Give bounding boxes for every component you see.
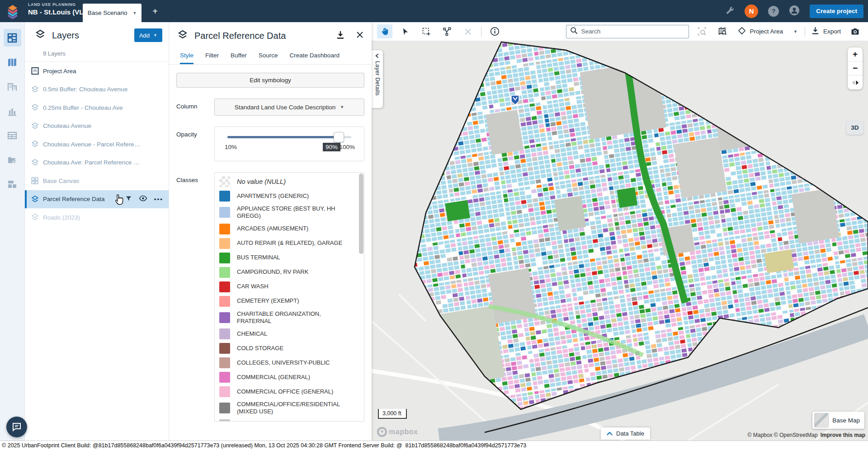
chat-bubble-button[interactable] <box>6 417 27 437</box>
download-layer-icon[interactable] <box>336 31 344 41</box>
layer-label: Parcel Reference Data <box>43 196 105 202</box>
map-canvas[interactable] <box>372 41 868 441</box>
class-row[interactable]: AUTO REPAIR (& RELATED), GARAGE <box>215 236 364 251</box>
marquee-select-tool-button[interactable] <box>419 24 434 38</box>
class-color-swatch <box>219 224 230 234</box>
admin-wrench-icon[interactable] <box>726 6 735 17</box>
zoom-in-button[interactable]: + <box>848 47 863 61</box>
classes-label: Classes <box>176 172 214 422</box>
layer-label: 0.5mi Buffer: Chouteau Avenue <box>43 86 127 93</box>
toggle-3d-button[interactable]: 3D <box>846 121 863 135</box>
rail-item-buildings[interactable] <box>4 78 21 95</box>
tab-create-dashboard[interactable]: Create Dashboard <box>290 49 340 64</box>
attribution-text: © Mapbox © OpenStreetMap <box>748 432 818 438</box>
data-table-button[interactable]: Data Table <box>601 427 650 440</box>
layer-row[interactable]: Chouteau Ave: Parcel Reference Data <box>25 154 169 172</box>
class-color-swatch <box>219 403 230 413</box>
chevron-down-icon: ▼ <box>793 29 797 34</box>
opacity-slider-handle[interactable] <box>334 132 344 142</box>
more-options-icon[interactable]: ••• <box>154 196 163 202</box>
layer-row[interactable]: Chouteau Avenue <box>25 117 169 136</box>
class-row[interactable]: COLLEGES, UNIVERSITY-PUBLIC <box>215 356 364 370</box>
add-scenario-button[interactable]: + <box>149 5 161 17</box>
rail-item-map[interactable] <box>4 53 21 71</box>
class-color-swatch <box>219 238 230 249</box>
edit-symbology-button[interactable]: Edit symbology <box>176 73 364 88</box>
export-button[interactable]: Export <box>811 27 842 36</box>
chevron-down-icon: ▼ <box>340 105 344 109</box>
create-project-button[interactable]: Create project <box>810 5 863 18</box>
layer-details-collapse-tab[interactable]: Layer Details <box>372 50 383 108</box>
tab-base-scenario[interactable]: Base Scenario ▼ <box>83 4 142 22</box>
class-label: COLLEGES, UNIVERSITY-PUBLIC <box>237 359 330 366</box>
layer-icon <box>31 158 39 167</box>
urbanfootprint-logo-icon[interactable] <box>0 0 25 22</box>
select-arrow-tool-button[interactable] <box>398 24 413 38</box>
layer-row[interactable]: 0.25mi Buffer - Chouteau Ave <box>25 98 169 117</box>
layer-row[interactable]: Parcel Reference Data••• <box>25 190 169 209</box>
screenshot-camera-icon[interactable] <box>847 24 863 38</box>
map-attribution: © Mapbox © OpenStreetMapImprove this map <box>748 432 865 438</box>
zoom-to-selection-icon[interactable] <box>694 24 710 38</box>
class-row[interactable]: CEMETERY (EXEMPT) <box>215 294 364 309</box>
class-row[interactable]: No value (NULL) <box>215 174 364 189</box>
tab-style[interactable]: Style <box>180 49 193 64</box>
class-row[interactable]: APPLIANCE STORE (BEST BUY, HH GREGG) <box>215 203 364 222</box>
compass-reset-button[interactable] <box>848 75 863 89</box>
rail-item-charts[interactable] <box>4 102 21 120</box>
class-color-swatch <box>219 253 230 263</box>
column-select[interactable]: Standard Land Use Code Description ▼ <box>214 98 364 116</box>
close-icon[interactable] <box>356 31 363 40</box>
project-area-selector[interactable]: Project Area ▼ <box>736 27 799 36</box>
base-map-button[interactable]: Base Map <box>812 412 864 429</box>
rail-item-data-table[interactable] <box>4 127 21 144</box>
layer-row[interactable]: Roads (2023) <box>25 208 169 227</box>
pan-tool-button[interactable] <box>377 24 392 38</box>
tab-buffer[interactable]: Buffer <box>231 49 247 64</box>
class-row[interactable]: COMMERCIAL OFFICE (GENERAL) <box>215 384 364 399</box>
classes-scrollbar[interactable] <box>359 173 363 254</box>
layer-row[interactable]: Base Canvas <box>25 172 169 190</box>
improve-map-link[interactable]: Improve this map <box>821 432 865 438</box>
search-input[interactable] <box>581 28 681 35</box>
tab-filter[interactable]: Filter <box>205 49 219 64</box>
rail-item-layout[interactable] <box>4 175 21 193</box>
zoom-out-button[interactable]: − <box>848 61 863 75</box>
vector-select-tool-button[interactable] <box>439 24 455 38</box>
avatar[interactable]: N <box>745 5 758 18</box>
class-row[interactable]: CHARITABLE ORGANIZATION, FRATERNAL <box>215 309 364 327</box>
layer-row[interactable]: Project Area <box>25 62 169 80</box>
project-name: NB - St.Louis (VLB) <box>28 8 90 16</box>
classes-list: No value (NULL)APARTMENTS (GENERIC)APPLI… <box>214 172 364 422</box>
info-tool-button[interactable] <box>487 24 502 38</box>
layer-icon <box>31 103 39 112</box>
help-button[interactable]: ? <box>768 6 779 17</box>
account-icon[interactable] <box>789 5 800 18</box>
classes-rows: No value (NULL)APARTMENTS (GENERIC)APPLI… <box>215 174 364 422</box>
class-row[interactable]: COMMERCIAL/OFFICE/RESIDENTIAL (MIXED USE… <box>215 399 364 417</box>
class-row[interactable]: CAMPGROUND, RV PARK <box>215 265 364 280</box>
class-row[interactable]: BUS TERMINAL <box>215 251 364 265</box>
filter-icon[interactable] <box>125 195 132 203</box>
class-row[interactable]: CAR WASH <box>215 280 364 294</box>
clear-selection-tool-button[interactable] <box>460 24 476 38</box>
class-color-swatch <box>219 343 230 354</box>
rail-item-edit-folder[interactable] <box>4 151 21 169</box>
opacity-slider-track[interactable] <box>227 136 351 138</box>
add-layer-button[interactable]: Add ▼ <box>134 28 162 42</box>
class-row[interactable]: COMMERCIAL-VACANT LAND <box>215 417 364 422</box>
class-row[interactable]: COLD STORAGE <box>215 341 364 356</box>
layer-row[interactable]: 0.5mi Buffer: Chouteau Avenue <box>25 80 169 99</box>
map-toolbar: Project Area ▼ Export <box>372 22 868 41</box>
tab-source[interactable]: Source <box>259 49 278 64</box>
layer-row[interactable]: Chouteau Avenue - Parcel Reference Data <box>25 135 169 154</box>
opacity-slider: 10% 90% 100% <box>214 127 364 161</box>
class-row[interactable]: CHEMICAL <box>215 327 364 341</box>
rail-item-dashboard[interactable] <box>4 29 21 47</box>
map-inspect-icon[interactable] <box>715 24 731 38</box>
top-bar: LAND USE PLANNING NB - St.Louis (VLB) ▼ … <box>0 0 868 22</box>
class-row[interactable]: APARTMENTS (GENERIC) <box>215 189 364 203</box>
class-row[interactable]: COMMERCIAL (GENERAL) <box>215 370 364 384</box>
visibility-eye-icon[interactable] <box>139 195 147 203</box>
class-row[interactable]: ARCADES (AMUSEMENT) <box>215 222 364 236</box>
